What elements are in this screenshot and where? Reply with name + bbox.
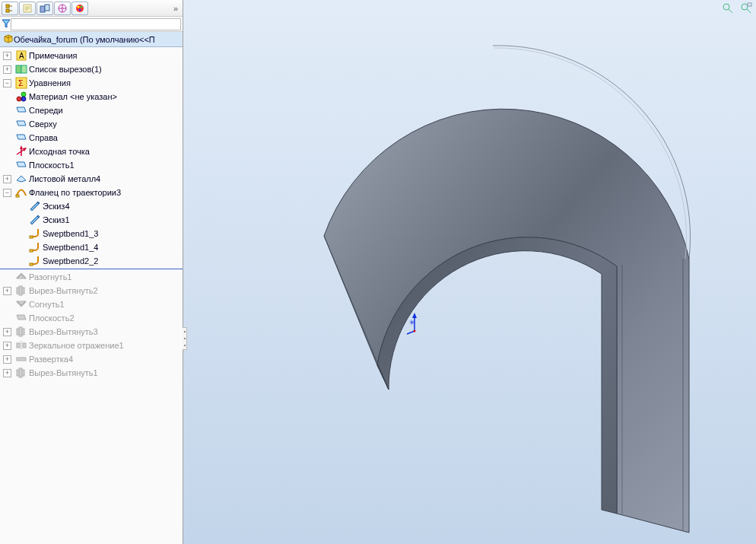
svg-rect-28: [19, 327, 22, 336]
svg-rect-4: [45, 5, 49, 11]
feature-manager-panel: » Обечайка_forum (По умолчанию<<П +AПрим…: [0, 0, 183, 544]
svg-rect-30: [23, 343, 26, 348]
expander-toggle[interactable]: +: [3, 342, 11, 350]
filter-row: [0, 17, 183, 32]
tree-node[interactable]: +Листовой металл4: [0, 172, 183, 186]
appearance-tab[interactable]: [71, 2, 88, 15]
3d-viewport[interactable]: ✳: [183, 0, 756, 544]
tree-node[interactable]: Спереди: [0, 103, 183, 117]
expander-toggle[interactable]: +: [3, 328, 11, 336]
dimxpert-icon: [57, 3, 68, 14]
panel-expand-arrows-icon[interactable]: »: [173, 4, 183, 13]
svg-text:A: A: [19, 52, 24, 60]
swept-icon: [15, 186, 27, 199]
tree-node-label: Развертка4: [29, 355, 73, 364]
svg-rect-12: [16, 65, 21, 73]
filter-input[interactable]: [11, 18, 181, 30]
tree-node[interactable]: Плоскость1: [0, 158, 183, 172]
tree-node[interactable]: Sweptbend2_2: [0, 254, 183, 268]
tree-node[interactable]: Исходная точка: [0, 145, 183, 158]
svg-rect-29: [17, 343, 20, 348]
tree-node-label: Листовой металл4: [29, 174, 100, 183]
tree-root-label: Обечайка_forum (По умолчанию<<П: [14, 35, 155, 44]
svg-rect-31: [17, 358, 26, 361]
expander-toggle[interactable]: −: [3, 79, 11, 87]
tree-node[interactable]: +Развертка4: [0, 352, 183, 366]
tree-node-label: Исходная точка: [29, 147, 90, 156]
feature-tree-tab[interactable]: [2, 2, 18, 15]
tree-node[interactable]: Сверху: [0, 117, 183, 131]
expander-toggle[interactable]: +: [3, 369, 11, 377]
tree-node-label: Плоскость1: [29, 161, 75, 170]
svg-point-9: [79, 8, 81, 11]
svg-marker-19: [20, 145, 23, 149]
svg-rect-26: [19, 286, 22, 295]
tree-node[interactable]: Справа: [0, 131, 183, 145]
tree-node[interactable]: +Список вырезов(1): [0, 62, 183, 76]
config-icon: [40, 3, 50, 14]
cut-ext-icon: [15, 326, 27, 338]
svg-rect-22: [30, 236, 33, 238]
expander-toggle[interactable]: +: [3, 287, 11, 295]
app-root: » Обечайка_forum (По умолчанию<<П +AПрим…: [0, 0, 756, 544]
property-tab[interactable]: [19, 2, 36, 15]
expander-toggle[interactable]: +: [3, 65, 11, 74]
svg-point-16: [17, 97, 21, 101]
expander-toggle[interactable]: +: [3, 175, 11, 183]
plane-icon: [15, 132, 27, 144]
svg-rect-23: [30, 250, 33, 252]
filter-icon[interactable]: [2, 19, 11, 30]
panel-resize-grip[interactable]: [183, 327, 187, 350]
tree-node[interactable]: Эскиз4: [0, 199, 183, 213]
feature-tree[interactable]: +AПримечания+Список вырезов(1)−ΣУравнени…: [0, 47, 183, 544]
tree-node-label: Эскиз4: [43, 202, 70, 211]
svg-rect-13: [21, 65, 27, 73]
bend-icon: [29, 255, 41, 267]
tree-node[interactable]: Согнуть1: [0, 297, 183, 311]
svg-marker-38: [412, 313, 417, 318]
tree-node-label: Зеркальное отражение1: [29, 341, 124, 350]
panel-tab-row: »: [0, 0, 183, 17]
cut-ext-icon: [15, 285, 27, 297]
tree-node-label: Уравнения: [29, 78, 71, 87]
dimxpert-tab[interactable]: [54, 2, 71, 15]
svg-rect-3: [40, 6, 45, 12]
tree-node[interactable]: Sweptbend1_3: [0, 227, 183, 240]
tree-node-label: Фланец по траектории3: [29, 188, 121, 197]
feature-tree-icon: [5, 3, 15, 14]
annotation-icon: A: [15, 49, 27, 62]
tree-root-title[interactable]: Обечайка_forum (По умолчанию<<П: [0, 32, 183, 47]
tree-node-label: Вырез-Вытянуть3: [29, 327, 98, 336]
plane-sup-icon: [15, 312, 27, 324]
tree-node[interactable]: +Вырез-Вытянуть2: [0, 284, 183, 297]
material-icon: [15, 91, 27, 103]
tree-node-label: Сверху: [29, 119, 57, 129]
tree-node[interactable]: +Зеркальное отражение1: [0, 339, 183, 352]
svg-point-40: [414, 330, 416, 332]
tree-node-label: Sweptbend2_2: [43, 256, 98, 266]
tree-node[interactable]: Sweptbend1_4: [0, 240, 183, 254]
expander-toggle[interactable]: +: [3, 52, 11, 60]
rollback-bar[interactable]: [0, 269, 183, 269]
tree-node[interactable]: +AПримечания: [0, 49, 183, 62]
tree-node[interactable]: Разогнуть1: [0, 270, 183, 284]
tree-node[interactable]: +Вырез-Вытянуть1: [0, 366, 183, 380]
tree-node[interactable]: −Фланец по траектории3: [0, 186, 183, 199]
tree-node[interactable]: −ΣУравнения: [0, 76, 183, 90]
svg-point-7: [78, 5, 80, 8]
svg-point-8: [81, 5, 83, 8]
bend-icon: [29, 227, 41, 240]
svg-point-17: [21, 92, 26, 97]
origin-triad-icon: ✳: [405, 313, 428, 336]
expander-toggle[interactable]: −: [3, 189, 11, 197]
tree-node[interactable]: Плоскость2: [0, 311, 183, 325]
cut-ext-icon: [15, 367, 27, 379]
tree-node-label: Эскиз1: [43, 215, 70, 224]
svg-rect-21: [16, 195, 19, 197]
tree-node[interactable]: +Вырез-Вытянуть3: [0, 325, 183, 339]
tree-node[interactable]: Эскиз1: [0, 213, 183, 227]
expander-toggle[interactable]: +: [3, 355, 11, 364]
config-tab[interactable]: [37, 2, 53, 15]
tree-node[interactable]: Материал <не указан>: [0, 90, 183, 103]
plane-icon: [15, 159, 27, 171]
